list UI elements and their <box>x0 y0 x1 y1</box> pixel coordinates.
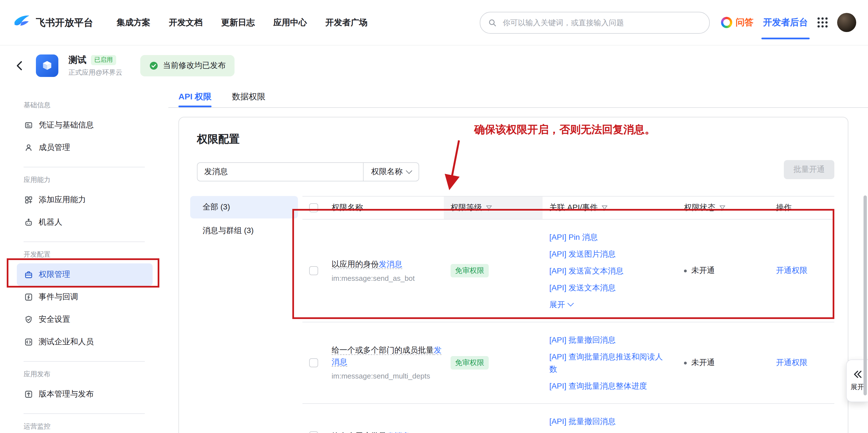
filter-funnel-icon[interactable] <box>601 204 609 211</box>
filter-funnel-icon[interactable] <box>485 204 493 211</box>
nav-link-2[interactable]: 更新日志 <box>221 17 255 28</box>
sidebar-divider <box>24 361 145 362</box>
permission-search-input[interactable] <box>197 163 363 181</box>
nav-links: 集成方案开发文档更新日志应用中心开发者广场 <box>117 17 368 28</box>
api-link[interactable]: [API] 查询批量消息推送和阅读人数 <box>549 430 664 433</box>
api-link[interactable]: [API] 发送图片消息 <box>549 246 616 262</box>
sidebar-item-2-1[interactable]: 事件与回调 <box>17 286 153 308</box>
checkbox-cell <box>303 322 325 403</box>
sidebar-item-label: 版本管理与发布 <box>39 389 94 399</box>
toolbar: 权限名称 <box>197 162 834 181</box>
tab-api-permissions[interactable]: API 权限 <box>179 86 212 107</box>
nav-link-0[interactable]: 集成方案 <box>117 17 150 28</box>
open-permission-link[interactable]: 开通权限 <box>776 266 807 276</box>
sidebar-divider <box>24 167 145 167</box>
search-type-select[interactable]: 权限名称 <box>363 163 418 181</box>
permission-name: 给多个用户批量发消息 <box>332 430 410 433</box>
app-header: 测试 已启用 正式应用@环界云 当前修改均已发布 <box>0 46 868 86</box>
row-checkbox[interactable] <box>309 431 318 433</box>
expand-link[interactable]: 展开 <box>549 296 573 313</box>
feishu-logo-icon <box>13 14 30 31</box>
api-link[interactable]: [API] 查询批量消息整体进度 <box>549 377 647 394</box>
filter-funnel-icon[interactable] <box>719 204 726 211</box>
sidebar-item-3-0[interactable]: 版本管理与发布 <box>17 383 153 405</box>
brand-name: 飞书开放平台 <box>36 16 93 29</box>
event-callback-icon <box>24 293 33 301</box>
publish-status-pill: 当前修改均已发布 <box>140 55 235 76</box>
sidebar-item-1-0[interactable]: 添加应用能力 <box>17 189 153 211</box>
permission-name-cell: 给多个用户批量发消息 <box>325 404 444 433</box>
scrollbar-thumb[interactable] <box>864 196 867 395</box>
sidebar-item-label: 机器人 <box>39 217 62 227</box>
enabled-badge: 已启用 <box>91 55 116 65</box>
app-icon <box>36 55 58 77</box>
row-checkbox[interactable] <box>309 358 318 367</box>
nav-search[interactable] <box>480 11 710 33</box>
sidebar-item-2-3[interactable]: 测试企业和人员 <box>17 331 153 353</box>
nav-link-3[interactable]: 应用中心 <box>273 17 307 28</box>
developer-console-link[interactable]: 开发者后台 <box>763 17 808 28</box>
sidebar-section-label: 应用发布 <box>0 365 168 383</box>
permission-scope: im:message:send_multi_depts <box>332 371 430 381</box>
api-link[interactable]: [API] Pin 消息 <box>549 229 598 246</box>
sidebar-item-1-1[interactable]: 机器人 <box>17 211 153 234</box>
permission-name-link[interactable]: 发消息 <box>379 259 402 269</box>
search-icon <box>488 18 497 27</box>
sidebar: 基础信息凭证与基础信息成员管理应用能力添加应用能力机器人开发配置权限管理事件与回… <box>0 86 168 433</box>
api-link[interactable]: [API] 批量撤回消息 <box>549 331 616 348</box>
app-name: 测试 <box>68 54 86 66</box>
checkbox-cell <box>303 220 325 322</box>
version-release-icon <box>24 390 33 399</box>
apps-grid-icon[interactable] <box>817 18 828 28</box>
card-title: 权限配置 <box>197 132 834 147</box>
top-navbar: 飞书开放平台 集成方案开发文档更新日志应用中心开发者广场 问答 开发者后台 <box>0 0 868 46</box>
permissions-table: 权限名称 权限等级 关联 API/事件 <box>303 196 834 433</box>
permission-name: 给一个或多个部门的成员批量发消息 <box>332 344 444 368</box>
nav-link-4[interactable]: 开发者广场 <box>326 17 368 28</box>
status-text: 未开通 <box>691 266 715 276</box>
sidebar-item-0-1[interactable]: 成员管理 <box>17 137 153 159</box>
sidebar-section-label: 应用能力 <box>0 171 168 189</box>
status-text: 未开通 <box>691 358 715 368</box>
brand[interactable]: 飞书开放平台 <box>13 14 93 31</box>
api-link[interactable]: [API] 发送文本消息 <box>549 279 616 296</box>
permission-card: 权限配置 权限名称 批量开通 全部 (3)消息与群组 (3) <box>179 117 848 433</box>
back-icon[interactable] <box>13 60 26 72</box>
api-link[interactable]: [API] 批量撤回消息 <box>549 413 616 430</box>
row-checkbox[interactable] <box>309 266 318 275</box>
open-permission-link[interactable]: 开通权限 <box>776 358 807 368</box>
sidebar-section-label: 基础信息 <box>0 96 168 114</box>
sidebar-item-label: 事件与回调 <box>39 292 78 302</box>
global-search-input[interactable] <box>502 18 701 27</box>
table-header: 权限名称 权限等级 关联 API/事件 <box>303 196 834 220</box>
col-name: 权限名称 <box>332 203 363 213</box>
sidebar-section-label: 开发配置 <box>0 246 168 263</box>
select-all-checkbox[interactable] <box>309 203 318 212</box>
chevron-down-icon <box>406 168 412 174</box>
sidebar-item-2-0[interactable]: 权限管理 <box>17 263 153 286</box>
avatar[interactable] <box>837 13 856 32</box>
sidebar-item-0-0[interactable]: 凭证与基础信息 <box>17 114 153 137</box>
permission-name-text: 以应用的身份 <box>332 259 379 269</box>
permission-name-cell: 以应用的身份发消息im:message:send_as_bot <box>325 220 444 322</box>
nav-link-1[interactable]: 开发文档 <box>169 17 203 28</box>
qa-link[interactable]: 问答 <box>721 17 753 28</box>
add-capability-icon <box>24 196 33 204</box>
col-level: 权限等级 <box>451 203 482 213</box>
app-meta: 测试 已启用 正式应用@环界云 <box>68 54 122 77</box>
api-link[interactable]: [API] 查询批量消息推送和阅读人数 <box>549 348 664 377</box>
tab-data-permissions[interactable]: 数据权限 <box>232 86 266 107</box>
status-dot-icon <box>684 269 687 272</box>
col-action: 操作 <box>776 203 792 213</box>
level-badge: 免审权限 <box>451 264 489 277</box>
permission-name-link[interactable]: 发消息 <box>386 431 410 433</box>
main: API 权限 数据权限 权限配置 权限名称 批量开通 全部 (3 <box>168 86 868 433</box>
api-cell: [API] 批量撤回消息[API] 查询批量消息推送和阅读人数[API] 查询批… <box>542 322 677 403</box>
filter-item-1[interactable]: 消息与群组 (3) <box>190 220 298 242</box>
batch-open-button[interactable]: 批量开通 <box>784 160 834 179</box>
status-cell: 未开通 <box>677 220 769 322</box>
filter-item-0[interactable]: 全部 (3) <box>190 196 298 219</box>
sidebar-item-2-2[interactable]: 安全设置 <box>17 308 153 331</box>
col-status: 权限状态 <box>684 203 715 213</box>
api-link[interactable]: [API] 发送富文本消息 <box>549 262 623 279</box>
